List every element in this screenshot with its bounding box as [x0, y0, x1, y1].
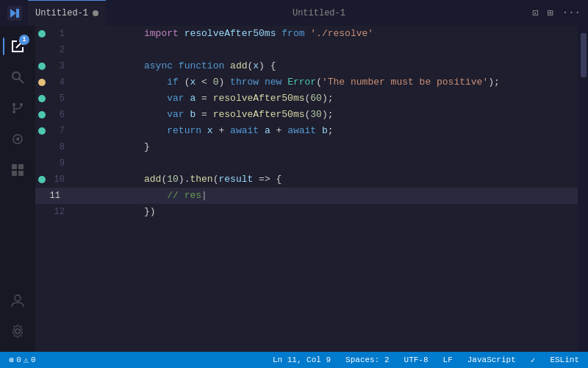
tab-title: Untitled-1 [35, 8, 88, 18]
status-language[interactable]: JavaScript [465, 355, 519, 364]
line-indicator-6 [38, 111, 46, 118]
line-content-12: }) [81, 188, 578, 236]
editor[interactable]: 1 import resolveAfter50ms from './resolv… [35, 26, 578, 352]
layout-icon[interactable]: ⊞ [547, 7, 553, 19]
encoding-label: UTF-8 [404, 355, 429, 364]
line-indicator-11 [40, 192, 41, 199]
status-line-ending[interactable]: LF [440, 355, 456, 364]
activity-search[interactable] [3, 63, 32, 92]
scroll-thumb [581, 33, 587, 77]
split-editor-icon[interactable]: ⊡ [532, 7, 538, 19]
title-bar-right: ⊡ ⊞ ··· [532, 7, 581, 19]
line-gutter-10: 10 [35, 171, 81, 188]
line-indicator-5 [38, 95, 46, 102]
code-line-8: 8 } [35, 139, 578, 155]
activity-settings[interactable] [3, 316, 32, 346]
svg-line-1 [19, 79, 24, 83]
activity-extensions[interactable] [3, 155, 32, 185]
line-indicator-10 [38, 176, 46, 183]
line-gutter-8: 8 [35, 139, 81, 155]
status-eslint[interactable]: ESLint [547, 355, 582, 364]
title-bar: Untitled-1 Untitled-1 ⊡ ⊞ ··· [0, 0, 588, 26]
more-actions-icon[interactable]: ··· [562, 7, 581, 19]
line-num-12: 12 [49, 204, 69, 220]
svg-point-0 [12, 72, 20, 79]
warning-count: 0 [31, 355, 36, 364]
status-position[interactable]: Ln 11, Col 9 [270, 355, 334, 364]
activity-explorer[interactable]: 1 [3, 32, 32, 61]
line-indicator-1 [38, 30, 46, 38]
editor-tab[interactable]: Untitled-1 [28, 0, 106, 26]
line-gutter-12: 12 [35, 204, 81, 220]
svg-point-11 [15, 295, 21, 301]
svg-rect-10 [18, 171, 24, 176]
line-num-8: 8 [49, 139, 69, 155]
language-label: JavaScript [467, 355, 516, 364]
svg-rect-7 [12, 164, 17, 169]
line-indicator-8 [38, 144, 46, 151]
line-gutter-5: 5 [35, 91, 81, 107]
activity-account[interactable] [3, 286, 32, 315]
error-count: 0 [16, 355, 21, 364]
explorer-badge: 1 [19, 35, 29, 45]
line-num-3: 3 [49, 58, 69, 74]
line-indicator-7 [38, 127, 46, 135]
line-num-1: 1 [49, 26, 69, 42]
status-encoding[interactable]: UTF-8 [401, 355, 431, 364]
svg-rect-9 [12, 171, 17, 176]
line-num-2: 2 [49, 42, 69, 58]
activity-bar: 1 [0, 26, 35, 352]
status-bar-left: ⊗ 0 ⚠ 0 [6, 355, 39, 366]
line-gutter-4: 4 [35, 74, 81, 91]
svg-point-4 [12, 110, 15, 113]
status-bar: ⊗ 0 ⚠ 0 Ln 11, Col 9 Spaces: 2 UTF-8 LF … [0, 352, 588, 368]
line-num-7: 7 [49, 123, 69, 139]
svg-point-2 [12, 103, 15, 106]
indent-label: Spaces: 2 [345, 355, 389, 364]
line-gutter-9: 9 [35, 155, 81, 171]
cursor-position: Ln 11, Col 9 [273, 355, 331, 364]
activity-bar-bottom [3, 286, 32, 346]
line-gutter-11: 11 [35, 188, 81, 204]
status-indent[interactable]: Spaces: 2 [343, 355, 392, 364]
activity-debug[interactable] [3, 124, 32, 154]
minimap-scrollbar[interactable] [578, 26, 588, 352]
line-indicator-12 [38, 208, 46, 216]
line-gutter-1: 1 [35, 26, 81, 42]
code-line-1: 1 import resolveAfter50ms from './resolv… [35, 26, 578, 42]
svg-point-12 [15, 329, 20, 333]
line-gutter-7: 7 [35, 123, 81, 139]
line-gutter-3: 3 [35, 58, 81, 74]
error-icon: ⊗ [9, 355, 14, 366]
svg-rect-8 [18, 164, 24, 169]
line-indicator-9 [38, 160, 46, 167]
code-line-12: 12 }) [35, 204, 578, 220]
unsaved-dot [93, 10, 98, 16]
line-indicator-2 [38, 46, 46, 54]
app-icon [7, 6, 22, 21]
code-editor[interactable]: 1 import resolveAfter50ms from './resolv… [35, 26, 578, 352]
line-ending-label: LF [443, 355, 453, 364]
status-bar-right: Ln 11, Col 9 Spaces: 2 UTF-8 LF JavaScri… [270, 355, 582, 365]
line-indicator-3 [38, 63, 46, 70]
activity-source-control[interactable] [3, 93, 32, 123]
status-prettier[interactable]: ✓ [528, 355, 539, 365]
title-bar-center: Untitled-1 [293, 8, 345, 18]
line-indicator-4 [38, 79, 46, 86]
eslint-label: ESLint [550, 355, 579, 364]
line-gutter-6: 6 [35, 107, 81, 123]
svg-point-3 [20, 103, 23, 106]
title-bar-left: Untitled-1 [7, 0, 106, 26]
line-num-5: 5 [49, 91, 69, 107]
status-errors[interactable]: ⊗ 0 ⚠ 0 [6, 355, 39, 366]
warning-icon: ⚠ [24, 355, 29, 366]
line-gutter-2: 2 [35, 42, 81, 58]
line-num-10: 10 [49, 171, 69, 188]
line-num-11: 11 [44, 188, 65, 204]
line-num-4: 4 [49, 74, 69, 91]
prettier-icon: ✓ [531, 355, 536, 365]
line-num-6: 6 [49, 107, 69, 123]
line-num-9: 9 [49, 155, 69, 171]
main-content: 1 [0, 26, 588, 352]
